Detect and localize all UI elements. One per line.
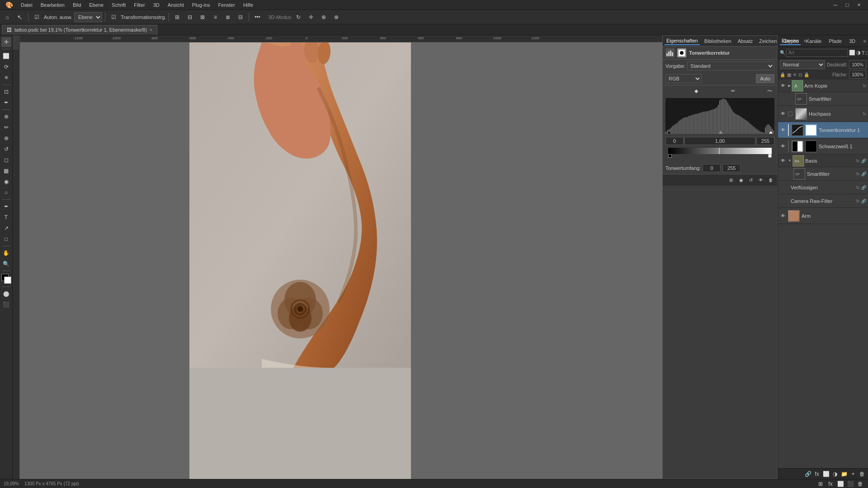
tool-screen-mode[interactable]: ⬛ xyxy=(1,300,11,310)
menu-bearbeiten[interactable]: Bearbeiten xyxy=(37,1,68,9)
props-visibility-btn[interactable]: 👁 xyxy=(756,176,765,185)
layer-verfluessigen[interactable]: Verflüssigen fx 🔗 xyxy=(778,181,868,194)
menu-schrift[interactable]: Schrift xyxy=(108,1,129,9)
blend-mode-select[interactable]: Normal Aufhellen Abdunkeln Multipliziere… xyxy=(780,60,825,69)
layer-mask-btn[interactable]: ⬜ xyxy=(822,470,830,478)
tonwert-min-input[interactable]: 0 xyxy=(703,164,721,172)
3d-tab[interactable]: 3D xyxy=(847,38,857,45)
layer-eye-tonwert1[interactable]: 👁 xyxy=(780,127,786,133)
tool-clone[interactable]: ⊗ xyxy=(1,133,11,143)
layer-style-btn[interactable]: fx xyxy=(813,470,821,478)
layer-smartfilter-2[interactable]: SF Smartfilter fx 🔗 xyxy=(778,167,868,181)
props-tab-glyphe[interactable]: Glyphe xyxy=(781,38,801,45)
minimize-btn[interactable]: ─ xyxy=(830,0,841,10)
home-btn[interactable]: ⌂ xyxy=(2,12,13,23)
tonwert-max-input[interactable]: 255 xyxy=(722,164,741,172)
tool-move[interactable]: ✛ xyxy=(1,37,11,47)
level-mid-input[interactable]: 1,00 xyxy=(684,137,755,145)
props-delete-btn[interactable]: 🗑 xyxy=(766,176,775,185)
tool-heal[interactable]: ⊕ xyxy=(1,112,11,122)
tool-blur[interactable]: ◉ xyxy=(1,177,11,187)
tool-eyedropper[interactable]: ✒ xyxy=(1,98,11,108)
ebene-dropdown[interactable]: Ebene xyxy=(74,12,102,22)
3d-zoom-btn[interactable]: ⊕ xyxy=(318,12,329,23)
layer-smartfilter-1[interactable]: SF Smartfilter xyxy=(778,92,868,106)
layer-tonwertkorrektur1[interactable]: 👁 Tonwertkorrektur 1 xyxy=(778,122,868,138)
layer-eye-basis[interactable]: 👁 xyxy=(780,158,786,164)
menu-hilfe[interactable]: Hilfe xyxy=(240,1,257,9)
transform-checkbox[interactable]: ☑ xyxy=(108,12,119,23)
layer-eye-hochpass[interactable]: 👁 xyxy=(780,111,786,117)
document-tab[interactable]: 🖼 tattoo.psdc bei 19,1% (Tonwertkorrektu… xyxy=(2,25,157,35)
tool-eraser[interactable]: ◻ xyxy=(1,155,11,165)
auto-select-btn[interactable]: ☑ xyxy=(31,12,42,23)
curve-smooth-tool[interactable]: 〜 xyxy=(765,86,774,95)
layer-hochpass[interactable]: 👁 Hochpass fx xyxy=(778,106,868,122)
tool-brush[interactable]: ✏ xyxy=(1,122,11,132)
tool-hand[interactable]: ✋ xyxy=(1,248,11,258)
status-mask-btn[interactable]: ⬜ xyxy=(836,480,844,488)
output-handle-left[interactable] xyxy=(668,154,672,158)
flaece-input[interactable] xyxy=(849,70,866,79)
menu-ansicht[interactable]: Ansicht xyxy=(164,1,188,9)
layer-adjustment-btn[interactable]: ◑ xyxy=(831,470,839,478)
layer-eye-arm-kopie[interactable]: 👁 xyxy=(780,83,786,89)
layer-schwarzweiss1[interactable]: 👁 Schwarzweiß 1 xyxy=(778,138,868,155)
menu-ebene[interactable]: Ebene xyxy=(85,1,107,9)
layer-camera-raw[interactable]: Camera Raw-Filter fx 🔗 xyxy=(778,194,868,208)
status-fx-btn[interactable]: fx xyxy=(826,480,835,488)
tool-path-select[interactable]: ↗ xyxy=(1,223,11,233)
align-mid-btn[interactable]: ≣ xyxy=(222,12,233,23)
tool-zoom[interactable]: 🔍 xyxy=(1,259,11,269)
tab-close-btn[interactable]: × xyxy=(150,28,152,33)
3d-tool-btn[interactable]: ⊗ xyxy=(331,12,342,23)
properties-close-btn[interactable]: × xyxy=(803,38,807,45)
menu-fenster[interactable]: Fenster xyxy=(215,1,239,9)
tool-dodge[interactable]: ○ xyxy=(1,188,11,197)
channel-select[interactable]: RGB Rot Grün Blau xyxy=(665,74,702,83)
3d-rotate-btn[interactable]: ↻ xyxy=(293,12,304,23)
fg-color-swatch[interactable] xyxy=(1,274,11,284)
align-bottom-btn[interactable]: ⊟ xyxy=(235,12,246,23)
3d-pan-btn[interactable]: ✛ xyxy=(306,12,316,23)
canvas-viewport[interactable] xyxy=(20,42,662,479)
layer-add-btn[interactable]: + xyxy=(849,470,857,478)
document-canvas[interactable] xyxy=(189,42,411,479)
layer-group-btn[interactable]: 📁 xyxy=(840,470,848,478)
layer-link-btn[interactable]: 🔗 xyxy=(804,470,812,478)
props-reset-btn[interactable]: ↺ xyxy=(746,176,755,185)
tool-quick-mask[interactable]: ⬤ xyxy=(1,289,11,299)
layer-arm-kopie[interactable]: 👁 ▶ A Arm Kopie fx xyxy=(778,80,868,92)
level-white-input[interactable]: 255 xyxy=(756,137,774,145)
paths-tab[interactable]: Pfade xyxy=(827,38,844,45)
props-tab-absatz[interactable]: Absatz xyxy=(736,38,755,45)
menu-3d[interactable]: 3D xyxy=(150,1,163,9)
layer-basis[interactable]: 👁 ▼ Ba Basis fx 🔗 xyxy=(778,155,868,167)
close-btn[interactable]: × xyxy=(854,0,864,10)
align-right-btn[interactable]: ⊠ xyxy=(197,12,208,23)
tool-select-btn[interactable]: ↖ xyxy=(14,12,25,23)
layer-expand-basis[interactable]: ▼ xyxy=(788,159,792,163)
tool-pen[interactable]: ✒ xyxy=(1,202,11,211)
layer-delete-btn[interactable]: 🗑 xyxy=(858,470,866,478)
output-handle-right[interactable] xyxy=(768,154,772,158)
tool-lasso[interactable]: ⟳ xyxy=(1,62,11,72)
layer-arm[interactable]: 👁 Arm xyxy=(778,208,868,224)
props-tab-zeichen[interactable]: Zeichen xyxy=(757,38,778,45)
maximize-btn[interactable]: □ xyxy=(842,0,853,10)
auto-btn[interactable]: Auto xyxy=(756,74,774,83)
tool-gradient[interactable]: ▦ xyxy=(1,166,11,176)
align-left-btn[interactable]: ⊞ xyxy=(172,12,183,23)
layer-eye-arm[interactable]: 👁 xyxy=(780,213,786,219)
tool-history-brush[interactable]: ↺ xyxy=(1,144,11,154)
props-clip-btn[interactable]: ⊞ xyxy=(726,176,736,185)
tool-magic-wand[interactable]: ✳ xyxy=(1,73,11,83)
props-tab-eigenschaften[interactable]: Eigenschaften xyxy=(665,37,700,45)
align-top-btn[interactable]: ≡ xyxy=(210,12,221,23)
curve-pencil-tool[interactable]: ✏ xyxy=(728,86,737,95)
layer-eye-schwarzweiss1[interactable]: 👁 xyxy=(780,143,786,150)
menu-bild[interactable]: Bild xyxy=(69,1,85,9)
app-icon[interactable]: 🎨 xyxy=(4,0,14,10)
channels-tab[interactable]: Kanäle xyxy=(804,38,823,45)
tool-shape[interactable]: □ xyxy=(1,234,11,244)
